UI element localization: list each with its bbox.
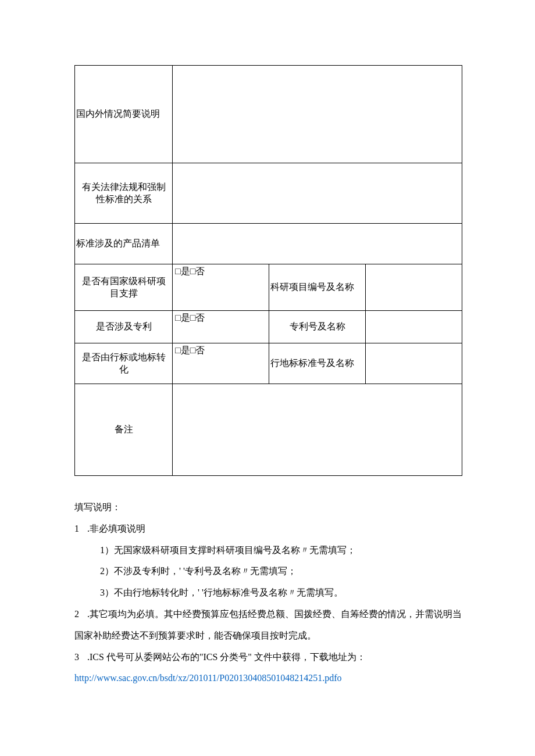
item1-text: .非必填项说明 xyxy=(87,518,145,540)
item1-number: 1 xyxy=(74,518,87,540)
label-standard-conversion: 是否由行标或地标转化 xyxy=(75,343,173,384)
label-standard-id-name: 行地标标准号及名称 xyxy=(269,343,366,384)
instruction-item-1-sub3: 3）不由行地标转化时，' '行地标标准号及名称〃无需填写。 xyxy=(74,582,462,604)
instruction-item-1-sub2: 2）不涉及专利时，' '专利号及名称〃无需填写； xyxy=(74,561,462,582)
value-domestic-foreign xyxy=(173,66,462,163)
instruction-item-3: 3 .ICS 代号可从委网站公布的"ICS 分类号" 文件中获得，下载地址为： xyxy=(74,647,462,668)
instruction-item-2-cont: 国家补助经费达不到预算要求时，能否确保项目按时完成。 xyxy=(74,625,462,647)
value-standard-id-name xyxy=(366,343,462,384)
item3-text: .ICS 代号可从委网站公布的"ICS 分类号" 文件中获得，下载地址为： xyxy=(87,647,366,668)
label-research-id-name: 科研项目编号及名称 xyxy=(269,264,366,311)
label-legal-relation: 有关法律法规和强制性标准的关系 xyxy=(75,163,173,224)
label-patent-id-name: 专利号及名称 xyxy=(269,311,366,343)
value-product-list xyxy=(173,224,462,264)
item2-number: 2 xyxy=(74,604,87,625)
value-legal-relation xyxy=(173,163,462,224)
instruction-item-1-sub1: 1）无国家级科研项目支撑时科研项目编号及名称〃无需填写； xyxy=(74,540,462,561)
value-remarks xyxy=(173,384,462,476)
value-standard-conversion-yesno: □是□否 xyxy=(173,343,269,384)
label-patent: 是否涉及专利 xyxy=(75,311,173,343)
download-link[interactable]: http://www.sac.gov.cn/bsdt/xz/201011/P02… xyxy=(74,673,342,683)
instruction-item-2: 2 .其它项均为必填。其中经费预算应包括经费总额、国拨经费、自筹经费的情况，并需… xyxy=(74,604,462,625)
value-patent-id-name xyxy=(366,311,462,343)
label-remarks: 备注 xyxy=(75,384,173,476)
instructions-heading: 填写说明： xyxy=(74,497,462,518)
instruction-item-1: 1 .非必填项说明 xyxy=(74,518,462,540)
item2-text: .其它项均为必填。其中经费预算应包括经费总额、国拨经费、自筹经费的情况，并需说明… xyxy=(87,604,462,625)
label-national-research: 是否有国家级科研项目支撑 xyxy=(75,264,173,311)
label-domestic-foreign: 国内外情况简要说明 xyxy=(75,66,173,163)
label-product-list: 标准涉及的产品清单 xyxy=(75,224,173,264)
instruction-item-3-link: http://www.sac.gov.cn/bsdt/xz/201011/P02… xyxy=(74,668,462,689)
item3-number: 3 xyxy=(74,647,87,668)
instructions-block: 填写说明： 1 .非必填项说明 1）无国家级科研项目支撑时科研项目编号及名称〃无… xyxy=(74,497,462,689)
value-patent-yesno: □是□否 xyxy=(173,311,269,343)
form-table: 国内外情况简要说明 有关法律法规和强制性标准的关系 标准涉及的产品清单 是否有国… xyxy=(74,65,462,476)
value-national-research-yesno: □是□否 xyxy=(173,264,269,311)
value-research-id-name xyxy=(366,264,462,311)
